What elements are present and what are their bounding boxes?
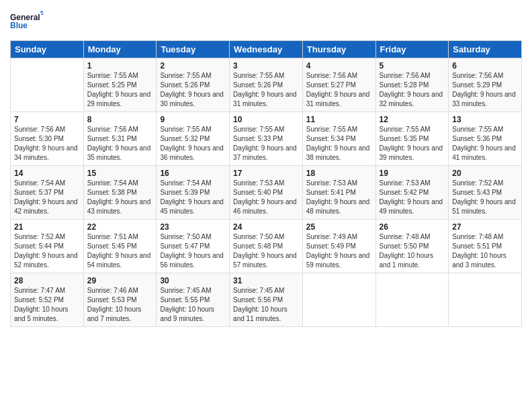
logo-svg: General Blue — [10, 7, 44, 35]
calendar-cell — [375, 273, 449, 327]
day-number: 31 — [233, 276, 299, 285]
day-number: 3 — [233, 61, 299, 71]
day-info: Sunrise: 7:56 AMSunset: 5:31 PMDaylight:… — [87, 125, 153, 163]
day-number: 20 — [452, 169, 518, 178]
day-number: 11 — [306, 115, 372, 124]
day-number: 9 — [160, 115, 226, 124]
calendar-cell: 29Sunrise: 7:46 AMSunset: 5:53 PMDayligh… — [83, 273, 157, 327]
calendar-cell — [302, 273, 375, 327]
day-number: 19 — [380, 169, 445, 178]
calendar-header: SundayMondayTuesdayWednesdayThursdayFrid… — [11, 41, 522, 58]
day-number: 15 — [87, 169, 153, 178]
calendar-cell: 22Sunrise: 7:51 AMSunset: 5:45 PMDayligh… — [83, 220, 157, 273]
calendar-cell: 4Sunrise: 7:56 AMSunset: 5:27 PMDaylight… — [302, 58, 375, 112]
day-info: Sunrise: 7:53 AMSunset: 5:42 PMDaylight:… — [380, 179, 445, 216]
day-info: Sunrise: 7:55 AMSunset: 5:26 PMDaylight:… — [160, 71, 226, 109]
calendar-cell: 9Sunrise: 7:55 AMSunset: 5:32 PMDaylight… — [157, 112, 230, 166]
svg-text:Blue: Blue — [10, 21, 28, 30]
calendar-cell: 7Sunrise: 7:56 AMSunset: 5:30 PMDaylight… — [11, 112, 84, 166]
calendar-cell: 26Sunrise: 7:48 AMSunset: 5:50 PMDayligh… — [375, 220, 449, 273]
column-header-friday: Friday — [375, 41, 449, 58]
calendar-cell: 12Sunrise: 7:55 AMSunset: 5:35 PMDayligh… — [375, 112, 449, 166]
calendar-cell: 17Sunrise: 7:53 AMSunset: 5:40 PMDayligh… — [230, 166, 303, 220]
day-info: Sunrise: 7:54 AMSunset: 5:37 PMDaylight:… — [14, 179, 80, 216]
calendar-cell: 5Sunrise: 7:56 AMSunset: 5:28 PMDaylight… — [375, 58, 449, 112]
svg-marker-2 — [40, 11, 44, 13]
calendar-cell: 19Sunrise: 7:53 AMSunset: 5:42 PMDayligh… — [375, 166, 449, 220]
calendar-week-2: 7Sunrise: 7:56 AMSunset: 5:30 PMDaylight… — [11, 112, 522, 166]
calendar-cell: 8Sunrise: 7:56 AMSunset: 5:31 PMDaylight… — [83, 112, 157, 166]
logo: General Blue — [10, 7, 44, 35]
day-info: Sunrise: 7:55 AMSunset: 5:25 PMDaylight:… — [87, 71, 153, 109]
day-info: Sunrise: 7:56 AMSunset: 5:30 PMDaylight:… — [14, 125, 80, 163]
column-header-monday: Monday — [83, 41, 157, 58]
calendar-cell: 11Sunrise: 7:55 AMSunset: 5:34 PMDayligh… — [302, 112, 375, 166]
day-info: Sunrise: 7:56 AMSunset: 5:28 PMDaylight:… — [380, 71, 445, 109]
day-number: 21 — [14, 222, 80, 232]
day-info: Sunrise: 7:55 AMSunset: 5:35 PMDaylight:… — [380, 125, 445, 163]
calendar-cell: 15Sunrise: 7:54 AMSunset: 5:38 PMDayligh… — [83, 166, 157, 220]
calendar-table: SundayMondayTuesdayWednesdayThursdayFrid… — [10, 40, 522, 327]
calendar-cell: 6Sunrise: 7:56 AMSunset: 5:29 PMDaylight… — [449, 58, 522, 112]
calendar-cell: 2Sunrise: 7:55 AMSunset: 5:26 PMDaylight… — [157, 58, 230, 112]
calendar-week-5: 28Sunrise: 7:47 AMSunset: 5:52 PMDayligh… — [11, 273, 522, 327]
calendar-cell: 24Sunrise: 7:50 AMSunset: 5:48 PMDayligh… — [230, 220, 303, 273]
day-info: Sunrise: 7:49 AMSunset: 5:49 PMDaylight:… — [306, 232, 372, 270]
calendar-cell: 20Sunrise: 7:52 AMSunset: 5:43 PMDayligh… — [449, 166, 522, 220]
day-number: 22 — [87, 222, 153, 232]
day-info: Sunrise: 7:47 AMSunset: 5:52 PMDaylight:… — [14, 286, 80, 324]
calendar-cell: 18Sunrise: 7:53 AMSunset: 5:41 PMDayligh… — [302, 166, 375, 220]
day-info: Sunrise: 7:50 AMSunset: 5:48 PMDaylight:… — [233, 232, 299, 270]
day-info: Sunrise: 7:55 AMSunset: 5:33 PMDaylight:… — [233, 125, 299, 163]
day-number: 28 — [14, 276, 80, 285]
day-info: Sunrise: 7:54 AMSunset: 5:38 PMDaylight:… — [87, 179, 153, 216]
column-header-wednesday: Wednesday — [230, 41, 303, 58]
calendar-cell: 21Sunrise: 7:52 AMSunset: 5:44 PMDayligh… — [11, 220, 84, 273]
day-number: 18 — [306, 169, 372, 178]
day-info: Sunrise: 7:55 AMSunset: 5:32 PMDaylight:… — [160, 125, 226, 163]
day-info: Sunrise: 7:50 AMSunset: 5:47 PMDaylight:… — [160, 232, 226, 270]
day-number: 24 — [233, 222, 299, 232]
day-info: Sunrise: 7:55 AMSunset: 5:26 PMDaylight:… — [233, 71, 299, 109]
calendar-week-1: 1Sunrise: 7:55 AMSunset: 5:25 PMDaylight… — [11, 58, 522, 112]
calendar-cell: 3Sunrise: 7:55 AMSunset: 5:26 PMDaylight… — [230, 58, 303, 112]
column-header-saturday: Saturday — [449, 41, 522, 58]
calendar-cell: 31Sunrise: 7:45 AMSunset: 5:56 PMDayligh… — [230, 273, 303, 327]
calendar-cell: 1Sunrise: 7:55 AMSunset: 5:25 PMDaylight… — [83, 58, 157, 112]
day-number: 26 — [380, 222, 445, 232]
calendar-cell: 25Sunrise: 7:49 AMSunset: 5:49 PMDayligh… — [302, 220, 375, 273]
day-info: Sunrise: 7:55 AMSunset: 5:34 PMDaylight:… — [306, 125, 372, 163]
day-number: 7 — [14, 115, 80, 124]
day-number: 6 — [452, 61, 518, 71]
day-number: 5 — [380, 61, 445, 71]
day-info: Sunrise: 7:45 AMSunset: 5:55 PMDaylight:… — [160, 286, 226, 324]
day-info: Sunrise: 7:48 AMSunset: 5:50 PMDaylight:… — [380, 232, 445, 270]
day-number: 29 — [87, 276, 153, 285]
day-number: 16 — [160, 169, 226, 178]
day-info: Sunrise: 7:46 AMSunset: 5:53 PMDaylight:… — [87, 286, 153, 324]
day-number: 27 — [452, 222, 518, 232]
day-number: 17 — [233, 169, 299, 178]
day-number: 30 — [160, 276, 226, 285]
day-info: Sunrise: 7:53 AMSunset: 5:40 PMDaylight:… — [233, 179, 299, 216]
calendar-cell: 13Sunrise: 7:55 AMSunset: 5:36 PMDayligh… — [449, 112, 522, 166]
day-number: 2 — [160, 61, 226, 71]
day-number: 4 — [306, 61, 372, 71]
day-number: 12 — [380, 115, 445, 124]
svg-marker-3 — [41, 13, 44, 15]
day-number: 10 — [233, 115, 299, 124]
calendar-week-3: 14Sunrise: 7:54 AMSunset: 5:37 PMDayligh… — [11, 166, 522, 220]
header: General Blue — [10, 7, 522, 35]
day-info: Sunrise: 7:54 AMSunset: 5:39 PMDaylight:… — [160, 179, 226, 216]
calendar-cell: 10Sunrise: 7:55 AMSunset: 5:33 PMDayligh… — [230, 112, 303, 166]
day-number: 13 — [452, 115, 518, 124]
calendar-cell: 30Sunrise: 7:45 AMSunset: 5:55 PMDayligh… — [157, 273, 230, 327]
day-number: 8 — [87, 115, 153, 124]
day-info: Sunrise: 7:51 AMSunset: 5:45 PMDaylight:… — [87, 232, 153, 270]
column-header-tuesday: Tuesday — [157, 41, 230, 58]
calendar-cell: 23Sunrise: 7:50 AMSunset: 5:47 PMDayligh… — [157, 220, 230, 273]
column-header-sunday: Sunday — [11, 41, 84, 58]
calendar-cell — [449, 273, 522, 327]
day-info: Sunrise: 7:55 AMSunset: 5:36 PMDaylight:… — [452, 125, 518, 163]
day-info: Sunrise: 7:56 AMSunset: 5:29 PMDaylight:… — [452, 71, 518, 109]
